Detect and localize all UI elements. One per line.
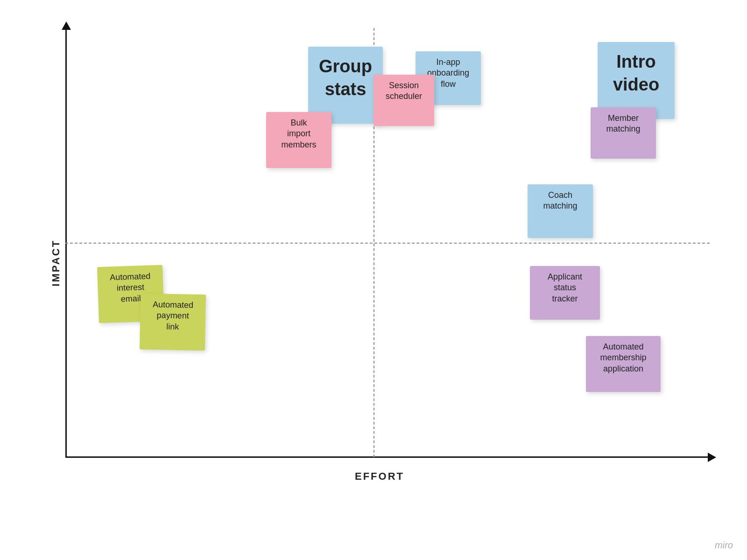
chart-area: IMPACT EFFORT Group statsIn-app onboardi… bbox=[37, 19, 728, 532]
y-axis-label: IMPACT bbox=[50, 239, 62, 287]
sticky-automated-payment-link[interactable]: Automated payment link bbox=[140, 294, 206, 350]
sticky-bulk-import-members[interactable]: Bulk import members bbox=[266, 112, 331, 168]
sticky-automated-membership-application[interactable]: Automated membership application bbox=[586, 336, 661, 392]
sticky-applicant-status-tracker[interactable]: Applicant status tracker bbox=[530, 266, 600, 320]
sticky-member-matching[interactable]: Member matching bbox=[591, 107, 656, 159]
sticky-coach-matching[interactable]: Coach matching bbox=[528, 184, 593, 238]
miro-watermark: miro bbox=[715, 540, 733, 551]
x-axis-label: EFFORT bbox=[355, 470, 404, 483]
horizontal-midline bbox=[65, 243, 710, 244]
x-axis bbox=[65, 456, 710, 458]
sticky-session-scheduler[interactable]: Session scheduler bbox=[374, 75, 434, 126]
